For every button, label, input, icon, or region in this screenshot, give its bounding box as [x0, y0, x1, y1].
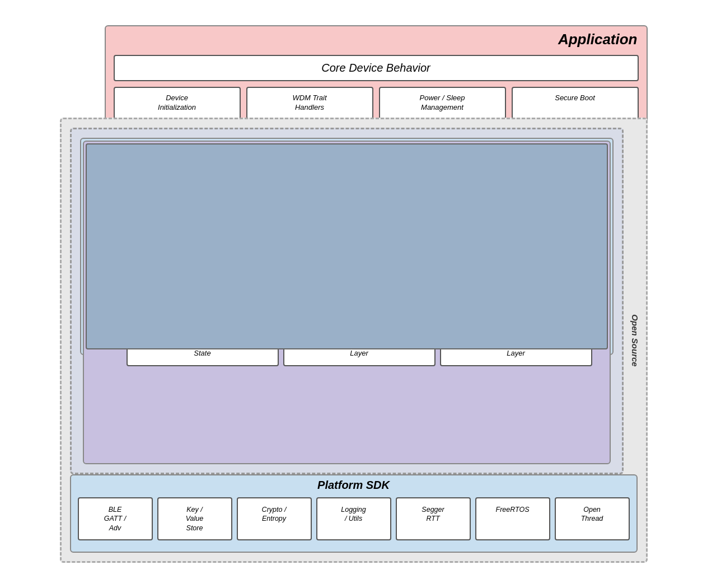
- open-thread-box: OpenThread: [555, 497, 630, 540]
- core-device-box: Core Device Behavior: [114, 55, 639, 81]
- open-source-layer: Open Source openweave-core Weave Device …: [60, 118, 648, 563]
- platform-sdk-title: Platform SDK: [71, 475, 636, 494]
- ble-gatt-box: BLEGATT /Adv: [78, 497, 153, 540]
- secure-boot-box: Secure Boot: [512, 87, 639, 119]
- power-sleep-box: Power / SleepManagement: [379, 87, 506, 119]
- platform-sdk-inner: Platform SDK BLEGATT /Adv Key /ValueStor…: [70, 474, 638, 553]
- device-init-box: DeviceInitialization: [114, 87, 241, 119]
- architecture-diagram: Application Core Device Behavior DeviceI…: [60, 25, 648, 563]
- sdk-boxes: BLEGATT /Adv Key /ValueStore Crypto /Ent…: [78, 497, 630, 540]
- app-title: Application: [106, 26, 647, 50]
- platform-sdk-section: Platform SDK BLEGATT /Adv Key /ValueStor…: [62, 474, 646, 561]
- freertos-box: FreeRTOS: [475, 497, 550, 540]
- wdm-trait-box: WDM TraitHandlers: [246, 87, 373, 119]
- open-source-label: Open Source: [630, 314, 640, 366]
- segger-rtt-box: SeggerRTT: [396, 497, 471, 540]
- openweave-layer: openweave-core Weave Device Layer Connec…: [70, 128, 624, 474]
- dark-blue-layer: [86, 143, 608, 349]
- crypto-entropy-box: Crypto /Entropy: [237, 497, 312, 540]
- key-value-store-box: Key /ValueStore: [157, 497, 232, 540]
- logging-utils-box: Logging/ Utils: [316, 497, 391, 540]
- app-sub-boxes: DeviceInitialization WDM TraitHandlers P…: [114, 87, 639, 119]
